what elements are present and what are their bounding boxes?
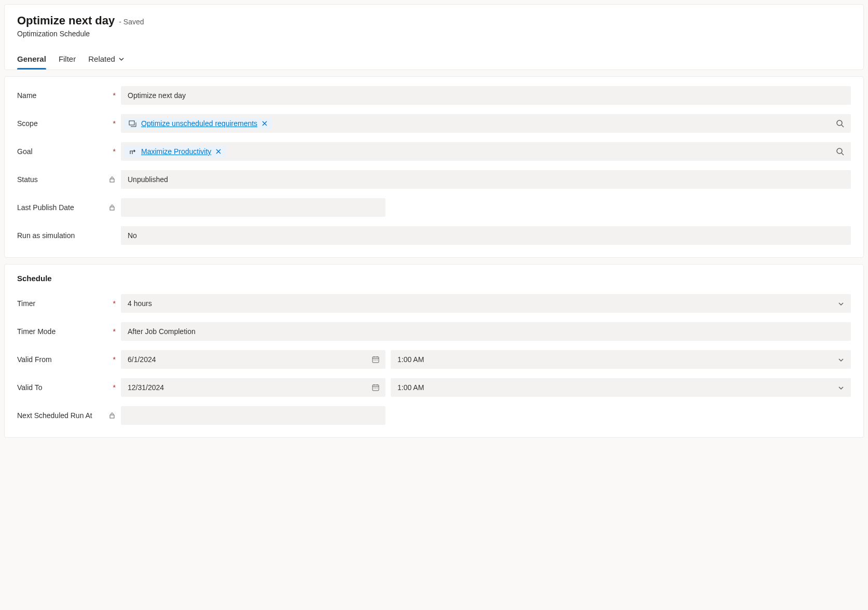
field-last-publish: Last Publish Date bbox=[17, 198, 851, 217]
required-icon: * bbox=[113, 384, 116, 391]
required-icon: * bbox=[113, 328, 116, 335]
field-next-run: Next Scheduled Run At bbox=[17, 406, 851, 425]
goal-chip: Maximize Productivity bbox=[125, 146, 226, 157]
svg-rect-4 bbox=[110, 207, 114, 210]
field-valid-from: Valid From * 6/1/2024 1:00 AM bbox=[17, 350, 851, 369]
timer-label: Timer bbox=[17, 299, 35, 308]
timer-value: 4 hours bbox=[128, 299, 152, 308]
valid-from-date-input[interactable]: 6/1/2024 bbox=[121, 350, 385, 369]
close-icon[interactable] bbox=[215, 148, 222, 155]
required-icon: * bbox=[113, 120, 116, 127]
schedule-title: Schedule bbox=[17, 274, 851, 283]
svg-point-8 bbox=[377, 359, 378, 361]
valid-to-date-value: 12/31/2024 bbox=[128, 383, 164, 392]
valid-from-time-select[interactable]: 1:00 AM bbox=[391, 350, 851, 369]
last-publish-label: Last Publish Date bbox=[17, 203, 74, 212]
status-input: Unpublished bbox=[121, 170, 851, 189]
svg-rect-0 bbox=[129, 121, 134, 125]
next-run-label: Next Scheduled Run At bbox=[17, 411, 92, 420]
required-icon: * bbox=[113, 92, 116, 99]
valid-to-time-select[interactable]: 1:00 AM bbox=[391, 378, 851, 397]
run-sim-value: No bbox=[128, 231, 137, 240]
saved-status: - Saved bbox=[119, 18, 144, 26]
run-sim-label: Run as simulation bbox=[17, 231, 75, 240]
status-value: Unpublished bbox=[128, 175, 168, 184]
tab-filter-label: Filter bbox=[59, 54, 76, 63]
valid-from-date-value: 6/1/2024 bbox=[128, 355, 156, 364]
general-section: Name * Optimize next day Scope * Optimiz… bbox=[4, 76, 864, 258]
tab-general[interactable]: General bbox=[17, 50, 46, 70]
chevron-down-icon bbox=[838, 356, 844, 363]
field-name: Name * Optimize next day bbox=[17, 86, 851, 105]
tab-related-label: Related bbox=[88, 54, 115, 63]
valid-to-date-input[interactable]: 12/31/2024 bbox=[121, 378, 385, 397]
goal-entity-icon bbox=[129, 147, 137, 156]
page-title: Optimize next day bbox=[17, 14, 115, 27]
chevron-down-icon bbox=[118, 56, 125, 62]
next-run-input bbox=[121, 406, 385, 425]
svg-point-7 bbox=[375, 359, 376, 361]
required-icon: * bbox=[113, 300, 116, 307]
search-icon[interactable] bbox=[836, 119, 844, 128]
field-scope: Scope * Optimize unscheduled requirement… bbox=[17, 114, 851, 133]
status-label: Status bbox=[17, 175, 38, 184]
timer-mode-input[interactable]: After Job Completion bbox=[121, 322, 851, 341]
schedule-section: Schedule Timer * 4 hours Timer Mode * Af… bbox=[4, 264, 864, 438]
scope-label: Scope bbox=[17, 119, 38, 128]
goal-link[interactable]: Maximize Productivity bbox=[141, 147, 211, 156]
svg-point-1 bbox=[837, 120, 842, 126]
svg-rect-13 bbox=[110, 415, 114, 418]
svg-point-6 bbox=[374, 359, 375, 361]
required-icon: * bbox=[113, 356, 116, 363]
field-run-simulation: Run as simulation No bbox=[17, 226, 851, 245]
svg-point-2 bbox=[837, 148, 842, 154]
run-sim-input[interactable]: No bbox=[121, 226, 851, 245]
name-input[interactable]: Optimize next day bbox=[121, 86, 851, 105]
search-icon[interactable] bbox=[836, 147, 844, 156]
goal-lookup[interactable]: Maximize Productivity bbox=[121, 142, 851, 161]
timer-select[interactable]: 4 hours bbox=[121, 294, 851, 313]
chevron-down-icon bbox=[838, 300, 844, 307]
required-icon: * bbox=[113, 148, 116, 155]
header-card: Optimize next day - Saved Optimization S… bbox=[4, 4, 864, 70]
field-status: Status Unpublished bbox=[17, 170, 851, 189]
goal-label: Goal bbox=[17, 147, 33, 156]
lock-icon bbox=[108, 204, 116, 211]
lock-icon bbox=[108, 176, 116, 183]
tab-general-label: General bbox=[17, 54, 46, 63]
svg-point-10 bbox=[374, 387, 375, 389]
name-value: Optimize next day bbox=[128, 91, 186, 100]
valid-to-label: Valid To bbox=[17, 383, 43, 392]
scope-chip: Optimize unscheduled requirements bbox=[125, 118, 272, 129]
chevron-down-icon bbox=[838, 384, 844, 391]
title-row: Optimize next day - Saved bbox=[17, 14, 851, 27]
name-label: Name bbox=[17, 91, 36, 100]
entity-subtitle: Optimization Schedule bbox=[17, 30, 851, 38]
svg-point-12 bbox=[377, 387, 378, 389]
field-goal: Goal * Maximize Productivity bbox=[17, 142, 851, 161]
timer-mode-label: Timer Mode bbox=[17, 327, 56, 336]
scope-entity-icon bbox=[129, 119, 137, 128]
field-timer: Timer * 4 hours bbox=[17, 294, 851, 313]
tab-list: General Filter Related bbox=[17, 50, 851, 70]
tab-related[interactable]: Related bbox=[88, 50, 125, 70]
valid-to-time-value: 1:00 AM bbox=[397, 383, 424, 392]
valid-from-time-value: 1:00 AM bbox=[397, 355, 424, 364]
scope-lookup[interactable]: Optimize unscheduled requirements bbox=[121, 114, 851, 133]
timer-mode-value: After Job Completion bbox=[128, 327, 196, 336]
scope-link[interactable]: Optimize unscheduled requirements bbox=[141, 119, 257, 128]
close-icon[interactable] bbox=[261, 120, 268, 127]
calendar-icon[interactable] bbox=[371, 355, 380, 364]
field-valid-to: Valid To * 12/31/2024 1:00 AM bbox=[17, 378, 851, 397]
svg-rect-3 bbox=[110, 179, 114, 182]
svg-point-11 bbox=[375, 387, 376, 389]
valid-from-label: Valid From bbox=[17, 355, 52, 364]
tab-filter[interactable]: Filter bbox=[59, 50, 76, 70]
lock-icon bbox=[108, 412, 116, 419]
last-publish-input bbox=[121, 198, 385, 217]
calendar-icon[interactable] bbox=[371, 383, 380, 392]
field-timer-mode: Timer Mode * After Job Completion bbox=[17, 322, 851, 341]
